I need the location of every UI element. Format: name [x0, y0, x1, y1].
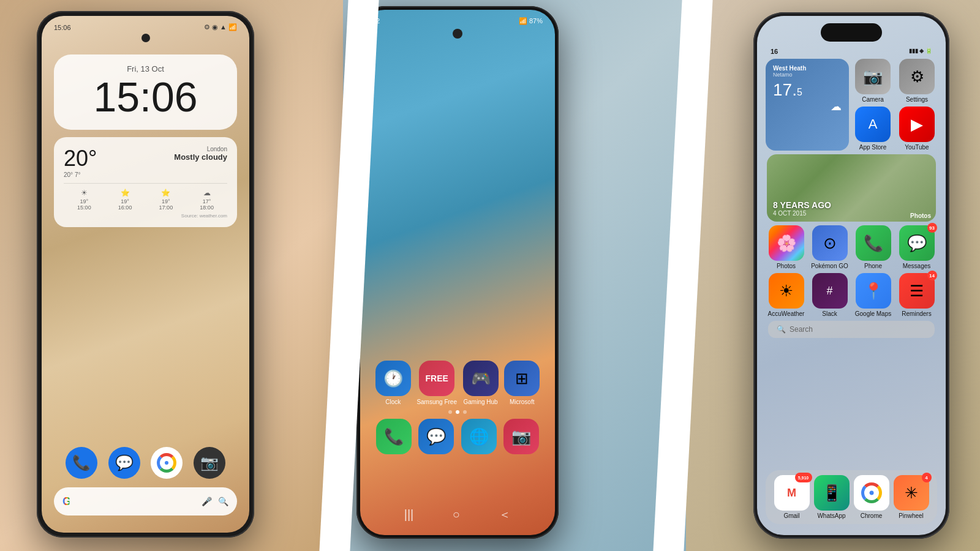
pixel-clock-widget: Fri, 13 Oct 15:06 — [54, 54, 237, 130]
gmail-icon: M 5,910 — [774, 475, 810, 511]
maps-icon: 📍 — [856, 273, 891, 309]
iphone-weather-widget[interactable]: West Heath Netamo 17.5 ☁ — [766, 59, 849, 151]
pixel-forecast: ☀ 19° 15:00 ⭐ 19° 16:00 ⭐ 19° 17:00 — [64, 183, 227, 211]
microsoft-icon-img: ⊞ — [504, 361, 540, 396]
pixel-time-display: 15:06 — [69, 76, 222, 118]
iphone-dynamic-island — [821, 23, 882, 42]
pinwheel-badge: 4 — [922, 473, 932, 482]
msg-s-icon-img: 💬 — [418, 419, 454, 454]
samsung-status-bar: 22 📶 87% — [360, 10, 555, 29]
samsung-nav-home[interactable]: ○ — [453, 508, 460, 522]
chrome-i-icon — [854, 475, 889, 511]
samsung-microsoft-app[interactable]: ⊞ Microsoft — [504, 361, 540, 405]
samsung-status-right: 📶 87% — [519, 17, 543, 25]
pixel-search-bar[interactable]: G 🎤 🔍 — [54, 487, 237, 515]
memories-title: 8 YEARS AGO — [773, 200, 831, 210]
samsung-nav-recent[interactable]: ||| — [404, 508, 414, 522]
clock-label: Clock — [385, 399, 401, 405]
pixel-weather-desc: Mostly cloudy — [174, 152, 227, 162]
pixel-lens-icon: 🔍 — [218, 497, 228, 506]
iphone-screen: 16 ▮▮▮ ◈ 🔋 West Heath Netamo 17.5 ☁ — [757, 16, 946, 535]
pixel-date: Fri, 13 Oct — [69, 64, 222, 73]
scene: 15:06 ⚙ ◉ ▲ 📶 Fri, 13 Oct 15:06 20° 20° … — [0, 0, 980, 551]
iphone-top-row: West Heath Netamo 17.5 ☁ 📷 Camera A — [763, 59, 940, 151]
pixel-status-bar: 15:06 ⚙ ◉ ▲ 📶 — [42, 16, 249, 34]
samsung-phone-app[interactable]: 📞 — [376, 419, 412, 457]
iphone-slack-app[interactable]: # Slack — [810, 273, 850, 317]
whatsapp-label: WhatsApp — [817, 512, 845, 519]
iphone-messages-app[interactable]: 💬 93 Messages — [897, 225, 937, 269]
slack-label: Slack — [822, 310, 837, 317]
iphone-gmail-app[interactable]: M 5,910 Gmail — [772, 475, 812, 519]
dock-phone-icon[interactable]: 📞 — [66, 447, 97, 479]
settings-label: Settings — [906, 96, 928, 103]
pixel-screen: 15:06 ⚙ ◉ ▲ 📶 Fri, 13 Oct 15:06 20° 20° … — [42, 16, 249, 533]
iphone-settings-app[interactable]: ⚙ Settings — [897, 59, 937, 103]
iphone-weather-provider: Netamo — [773, 72, 842, 78]
search-icon: 🔍 — [777, 325, 786, 334]
reminders-icon: ☰ 14 — [899, 273, 935, 309]
pixel-dock: 📞 💬 📷 — [54, 442, 237, 484]
forecast-item-2: ⭐ 19° 16:00 — [118, 189, 132, 211]
iphone-reminders-app[interactable]: ☰ 14 Reminders — [897, 273, 937, 317]
pokemon-label: Pokémon GO — [811, 263, 848, 269]
memories-app-label: Photos — [910, 212, 931, 219]
pokemon-icon: ⊙ — [812, 225, 848, 261]
samsung-messages-app[interactable]: 💬 — [418, 419, 454, 457]
samsung-free-app[interactable]: FREE Samsung Free — [417, 361, 457, 405]
iphone-accu-app[interactable]: ☀ AccuWeather — [766, 273, 807, 317]
samsung-nav-back[interactable]: ＜ — [499, 506, 511, 523]
search-label: Search — [790, 325, 813, 334]
samsung-clock-app[interactable]: 🕐 Clock — [375, 361, 411, 405]
clock-icon-img: 🕐 — [375, 361, 411, 396]
iphone-maps-app[interactable]: 📍 Google Maps — [853, 273, 894, 317]
camera-i-label: Camera — [862, 96, 884, 103]
samsung-gaming-app[interactable]: 🎮 Gaming Hub — [463, 361, 499, 405]
accu-label: AccuWeather — [768, 310, 805, 317]
reminders-label: Reminders — [902, 310, 931, 317]
samsung-app-row-1: 🕐 Clock FREE Samsung Free 🎮 Gaming Hub ⊞… — [372, 361, 543, 405]
messages-i-icon: 💬 93 — [899, 225, 935, 261]
reminders-badge: 14 — [927, 271, 937, 280]
iphone-photos-app[interactable]: 🌸 Photos — [766, 225, 807, 269]
pixel-mic-icon: 🎤 — [202, 497, 212, 506]
forecast-item-1: ☀ 19° 15:00 — [77, 189, 91, 211]
pixel-status-time: 15:06 — [54, 24, 71, 31]
iphone-pinwheel-app[interactable]: ✳ 4 Pinwheel — [891, 475, 931, 519]
gaming-label: Gaming Hub — [464, 399, 498, 405]
inet-icon-img: 🌐 — [461, 419, 497, 454]
dot-1 — [448, 410, 452, 414]
phone-i-icon: 📞 — [856, 225, 891, 261]
iphone-youtube-app[interactable]: ▶ 774 YouTube — [897, 107, 937, 151]
dock-camera-icon[interactable]: 📷 — [194, 447, 225, 479]
dock-messages-icon[interactable]: 💬 — [108, 447, 140, 479]
samsung-internet-app[interactable]: 🌐 — [461, 419, 497, 457]
youtube-icon: ▶ — [899, 107, 935, 142]
iphone-status-icons: ▮▮▮ ◈ 🔋 — [909, 48, 932, 55]
gmail-label: Gmail — [783, 512, 799, 519]
samsung-camera-hole — [453, 29, 462, 39]
iphone-search-bar[interactable]: 🔍 Search — [768, 321, 935, 338]
dock-chrome-icon[interactable] — [151, 447, 183, 479]
youtube-badge: 774 — [937, 16, 946, 23]
photos-label: Photos — [777, 263, 796, 269]
iphone-phone-app[interactable]: 📞 Phone — [853, 225, 894, 269]
gaming-icon-img: 🎮 — [463, 361, 499, 396]
iphone-chrome-app[interactable]: Chrome — [851, 475, 891, 519]
pixel-weather-location: London — [174, 146, 227, 152]
iphone-memories-widget[interactable]: 8 YEARS AGO 4 OCT 2015 Photos — [767, 154, 936, 222]
iphone-appstore-app[interactable]: A App Store — [853, 107, 893, 151]
messages-badge: 93 — [927, 223, 937, 233]
iphone-pokemon-app[interactable]: ⊙ Pokémon GO — [810, 225, 850, 269]
google-logo: G — [62, 495, 71, 508]
samsung-screen: 22 📶 87% 🕐 Clock FREE Samsung Free � — [360, 10, 555, 535]
chrome-i-label: Chrome — [861, 512, 883, 519]
samsung-free-label: Samsung Free — [417, 399, 457, 405]
phone-i-label: Phone — [864, 263, 882, 269]
samsung-camera-app[interactable]: 📷 — [503, 419, 539, 457]
iphone-app-row-3: 🌸 Photos ⊙ Pokémon GO 📞 Phone 💬 — [763, 225, 940, 269]
iphone-camera-app[interactable]: 📷 Camera — [853, 59, 893, 103]
pixel-weather-widget: 20° 20° 7° London Mostly cloudy ☀ 19° 15… — [54, 137, 237, 227]
samsung-app-row-2: 📞 💬 🌐 📷 — [372, 419, 543, 457]
iphone-whatsapp-app[interactable]: 📱 WhatsApp — [812, 475, 851, 519]
